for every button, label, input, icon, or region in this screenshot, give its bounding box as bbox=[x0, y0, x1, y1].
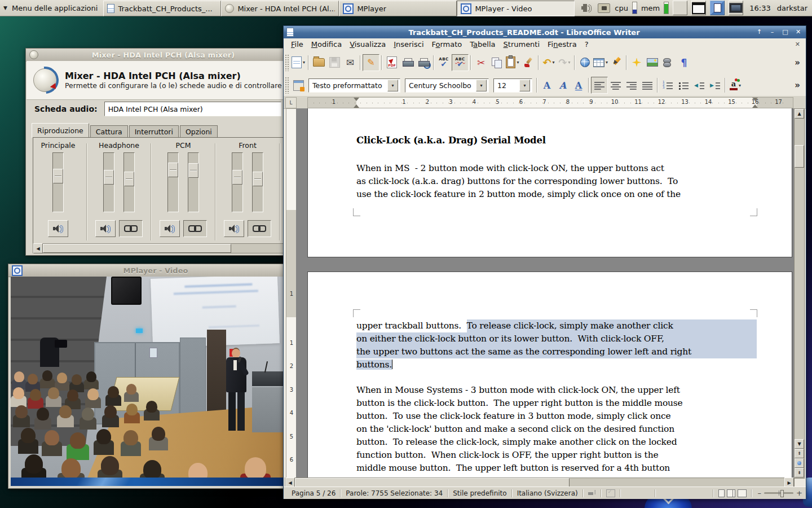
selection-mode-icon[interactable] bbox=[606, 489, 615, 497]
menu-file[interactable]: File bbox=[287, 38, 307, 50]
tab-interruttori[interactable]: Interruttori bbox=[129, 125, 179, 138]
insert-mode-icon[interactable] bbox=[588, 490, 596, 497]
auto-spellcheck-button[interactable]: ABC✔ bbox=[452, 54, 469, 71]
close-document-icon[interactable]: ✕ bbox=[793, 41, 802, 48]
applications-menu-button[interactable]: ▼ Menu delle applicazioni bbox=[0, 0, 103, 16]
volume-slider[interactable] bbox=[232, 152, 243, 212]
menu-[interactable]: ? bbox=[581, 38, 593, 50]
edit-mode-button[interactable]: ✎ bbox=[363, 54, 379, 71]
next-page-button[interactable]: ⇟ bbox=[795, 468, 804, 478]
zoom-in-icon[interactable]: + bbox=[796, 489, 802, 497]
toolbar-overflow-icon[interactable]: » bbox=[795, 80, 800, 90]
insert-table-button[interactable]: ▾ bbox=[593, 55, 608, 71]
font-name-select[interactable]: Century Schoolbo▾ bbox=[405, 78, 489, 93]
chevron-down-icon[interactable]: ▾ bbox=[519, 80, 530, 91]
document-canvas[interactable]: Click-Lock (a.k.a. Drag) Serial Model Wh… bbox=[296, 108, 796, 478]
mplayer-titlebar[interactable]: MPlayer - Video bbox=[8, 264, 289, 277]
spellcheck-button[interactable]: ABC✔ bbox=[436, 55, 452, 71]
writer-titlebar[interactable]: Trackbatt_CH_Products_README.odt - Libre… bbox=[284, 26, 806, 38]
align-center-button[interactable] bbox=[608, 77, 624, 93]
cut-button[interactable]: ✂ bbox=[473, 55, 489, 71]
chevron-down-icon[interactable]: ▾ bbox=[387, 80, 398, 91]
slider-thumb[interactable] bbox=[53, 169, 63, 183]
bullet-list-button[interactable] bbox=[676, 77, 691, 93]
menu-modifica[interactable]: Modifica bbox=[307, 38, 346, 50]
slider-thumb[interactable] bbox=[104, 170, 114, 185]
taskbar-window-button[interactable]: Mixer - HDA Intel PCH (Al... bbox=[221, 1, 339, 16]
new-document-button[interactable]: ▾ bbox=[290, 55, 306, 71]
volume-slider[interactable] bbox=[123, 152, 135, 212]
link-channels-button[interactable] bbox=[119, 220, 143, 237]
toolbar-grip[interactable] bbox=[285, 77, 289, 94]
clone-formatting-button[interactable] bbox=[520, 55, 536, 71]
copy-button[interactable] bbox=[489, 55, 505, 71]
hyperlink-button[interactable] bbox=[577, 55, 593, 71]
taskbar-window-button[interactable]: MPlayer - Video bbox=[457, 1, 575, 16]
firefox-launcher-icon[interactable] bbox=[673, 1, 687, 15]
terminal-launcher-icon[interactable] bbox=[691, 1, 706, 15]
volume-slider[interactable] bbox=[52, 152, 64, 212]
formatting-marks-button[interactable]: ¶ bbox=[676, 55, 692, 71]
document-page-5[interactable]: upper trackball buttons. To release clic… bbox=[307, 271, 792, 478]
justify-button[interactable] bbox=[639, 77, 655, 93]
scroll-left-icon[interactable]: ◀ bbox=[33, 243, 43, 253]
taskbar-window-button[interactable]: Trackbatt_CH_Products_... bbox=[103, 1, 221, 16]
volume-slider[interactable] bbox=[252, 152, 263, 212]
vertical-scrollbar[interactable]: ▲ ▼ ⇞ ⇟ bbox=[794, 108, 805, 479]
mute-button[interactable] bbox=[48, 220, 68, 237]
data-sources-button[interactable] bbox=[660, 55, 676, 71]
video-surface[interactable] bbox=[11, 277, 286, 486]
align-left-button[interactable] bbox=[591, 77, 608, 94]
volume-tray-icon[interactable] bbox=[580, 1, 593, 15]
taskbar-window-button[interactable]: MPlayer bbox=[339, 1, 457, 16]
volume-slider[interactable] bbox=[167, 152, 179, 212]
slider-thumb[interactable] bbox=[253, 172, 263, 186]
tab-cattura[interactable]: Cattura bbox=[90, 125, 128, 138]
italic-button[interactable]: A bbox=[555, 77, 571, 93]
export-pdf-button[interactable]: PDF bbox=[384, 55, 400, 71]
toolbar-overflow-icon[interactable]: » bbox=[795, 58, 800, 68]
bold-button[interactable]: A bbox=[539, 77, 555, 93]
menu-strumenti[interactable]: Strumenti bbox=[500, 38, 544, 50]
mute-button[interactable] bbox=[160, 220, 180, 237]
email-button[interactable]: ✉ bbox=[342, 55, 358, 71]
screenshot-tray-icon[interactable] bbox=[597, 1, 611, 15]
menu-formato[interactable]: Formato bbox=[428, 38, 466, 50]
chevron-down-icon[interactable]: ▾ bbox=[476, 80, 487, 91]
multi-page-view-icon[interactable] bbox=[727, 489, 733, 497]
decrease-indent-button[interactable]: ◀ bbox=[691, 77, 707, 93]
slider-thumb[interactable] bbox=[168, 163, 178, 177]
print-button[interactable] bbox=[400, 55, 416, 71]
volume-slider[interactable] bbox=[103, 152, 114, 212]
mem-meter[interactable] bbox=[664, 2, 669, 14]
scroll-up-icon[interactable]: ▲ bbox=[795, 109, 804, 119]
status-word-count[interactable]: Parole: 7755 Selezionate: 34 bbox=[341, 489, 447, 497]
menu-inserisci[interactable]: Inserisci bbox=[390, 38, 427, 50]
mixer-horizontal-scrollbar[interactable]: ◀ bbox=[33, 243, 285, 253]
ordered-list-button[interactable] bbox=[660, 77, 676, 93]
redo-button[interactable]: ↷▾ bbox=[557, 55, 572, 71]
book-view-icon[interactable] bbox=[738, 489, 747, 497]
draw-functions-button[interactable] bbox=[608, 55, 624, 71]
open-button[interactable] bbox=[311, 55, 326, 71]
scrollbar-thumb[interactable] bbox=[43, 244, 231, 253]
slider-thumb[interactable] bbox=[124, 172, 134, 186]
tab-opzioni[interactable]: Opzioni bbox=[180, 125, 218, 138]
status-language[interactable]: Italiano (Svizzera) bbox=[513, 489, 582, 497]
minimize-button[interactable]: – bbox=[767, 28, 777, 37]
font-color-button[interactable]: a▾ bbox=[727, 77, 743, 93]
navigator-button[interactable] bbox=[629, 55, 645, 71]
zoom-handle[interactable] bbox=[780, 490, 784, 497]
document-page-4[interactable]: Click-Lock (a.k.a. Drag) Serial Model Wh… bbox=[307, 108, 792, 257]
toolbar-grip[interactable] bbox=[285, 54, 289, 71]
menu-finestra[interactable]: Finestra bbox=[544, 38, 581, 50]
scroll-down-icon[interactable]: ▼ bbox=[795, 439, 804, 449]
underline-button[interactable]: A bbox=[571, 77, 586, 93]
status-page[interactable]: Pagina 5 / 26 bbox=[287, 489, 340, 497]
rollup-button[interactable]: ↑ bbox=[754, 28, 764, 37]
status-page-style[interactable]: Stile predefinito bbox=[448, 489, 511, 497]
link-channels-button[interactable] bbox=[183, 220, 207, 237]
scrollbar-thumb[interactable] bbox=[795, 145, 804, 168]
paragraph-style-select[interactable]: Testo preformattato▾ bbox=[308, 78, 400, 93]
font-size-select[interactable]: 12▾ bbox=[493, 78, 532, 93]
